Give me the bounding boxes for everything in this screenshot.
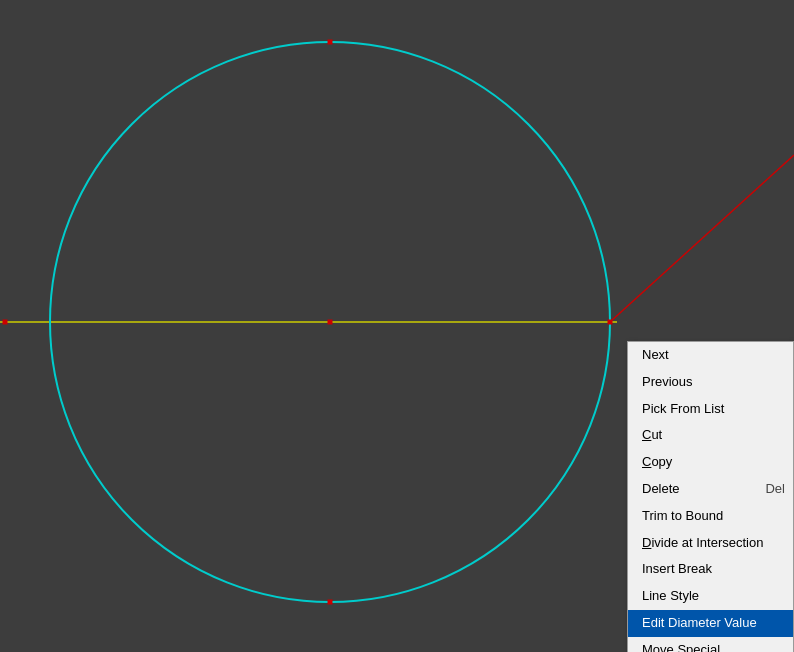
context-menu-item-trim-to-bound[interactable]: Trim to Bound (628, 503, 793, 530)
context-menu-item-cut[interactable]: Cut (628, 422, 793, 449)
context-menu-item-edit-diameter-value[interactable]: Edit Diameter Value (628, 610, 793, 637)
canvas-area: NextPreviousPick From ListCutCopyDeleteD… (0, 0, 794, 652)
context-menu-item-pick-from-list[interactable]: Pick From List (628, 396, 793, 423)
context-menu-item-next[interactable]: Next (628, 342, 793, 369)
context-menu-item-divide-at-intersection[interactable]: Divide at Intersection (628, 530, 793, 557)
context-menu: NextPreviousPick From ListCutCopyDeleteD… (627, 341, 794, 652)
context-menu-item-move-special...[interactable]: Move Special... (628, 637, 793, 652)
context-menu-item-previous[interactable]: Previous (628, 369, 793, 396)
context-menu-item-delete[interactable]: DeleteDel (628, 476, 793, 503)
context-menu-item-insert-break[interactable]: Insert Break (628, 556, 793, 583)
context-menu-item-copy[interactable]: Copy (628, 449, 793, 476)
context-menu-item-line-style[interactable]: Line Style (628, 583, 793, 610)
